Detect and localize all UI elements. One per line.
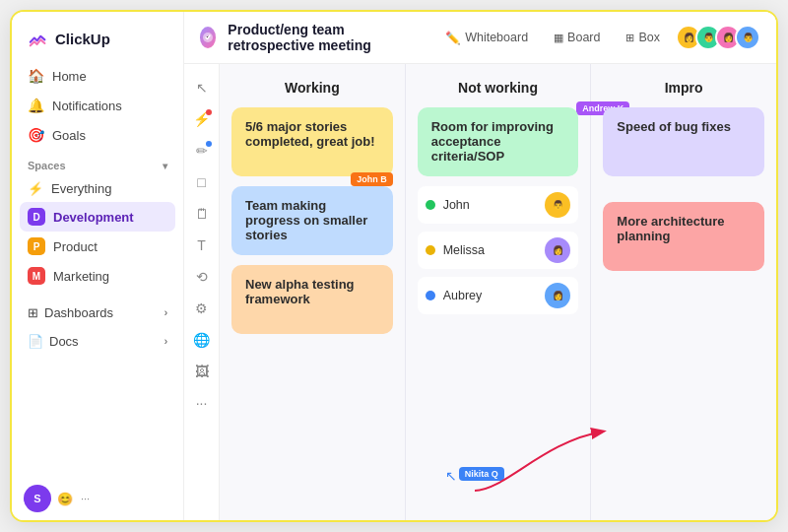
melissa-name: Melissa [443, 243, 485, 257]
box-label: Box [638, 31, 660, 44]
box-nav-item[interactable]: ⊞ Box [616, 27, 670, 48]
spaces-section-label: Spaces ▾ [12, 150, 183, 175]
column-working: Working 5/6 major stories completed, gre… [220, 64, 406, 520]
tool-blue-dot [206, 141, 212, 147]
sticky-w2[interactable]: Team making progress on smaller stories [231, 186, 393, 255]
user-face-emoji: 😊 [57, 492, 73, 506]
sidebar-item-development-label: Development [53, 210, 134, 225]
tool-sticky[interactable]: 🗒 [188, 200, 216, 228]
home-icon: 🏠 [28, 68, 44, 84]
board-label: Board [567, 31, 600, 44]
sidebar-item-product-label: Product [53, 239, 98, 254]
sidebar-item-everything-label: Everything [51, 181, 111, 196]
header-nav: ✏️ Whiteboard ▦ Board ⊞ Box 👩 👨 👩 👨 [435, 25, 760, 50]
sidebar-item-product[interactable]: P Product [20, 232, 175, 261]
meeting-title: Product/eng team retrospective meeting [228, 22, 424, 53]
col-improve-header: Impro [603, 80, 764, 96]
sticky-w3-text: New alpha testing framework [245, 277, 355, 306]
sticky-w1[interactable]: 5/6 major stories completed, great job! … [231, 107, 393, 176]
sticky-nw1-text: Room for improving acceptance criteria/S… [431, 119, 554, 164]
aubrey-color-dot [426, 291, 435, 300]
col-not-working-header: Not working [418, 80, 579, 96]
john-name: John [443, 198, 470, 212]
board-nav-item[interactable]: ▦ Board [544, 27, 610, 48]
melissa-color-dot [426, 245, 435, 255]
cursor-john-b: John B [351, 172, 393, 186]
header-avatar-4: 👨 [735, 25, 760, 50]
board-area: ↖ ⚡ ✏ □ 🗒 T ⟲ ⚙ 🌐 🖼 ··· [184, 64, 776, 520]
participant-john[interactable]: John 👨 [418, 186, 579, 224]
sticky-i1[interactable]: Speed of bug fixes [603, 107, 764, 176]
tool-select[interactable]: ⚡ [188, 105, 216, 133]
everything-icon: ⚡ [28, 181, 43, 196]
spaces-chevron-icon: ▾ [163, 161, 167, 171]
tool-globe[interactable]: 🌐 [188, 326, 216, 354]
sidebar-item-docs[interactable]: 📄 Docs › [28, 327, 167, 356]
melissa-avatar: 👩 [545, 237, 570, 263]
left-toolbar: ↖ ⚡ ✏ □ 🗒 T ⟲ ⚙ 🌐 🖼 ··· [184, 64, 220, 520]
board-icon: ▦ [554, 32, 563, 44]
board: Working 5/6 major stories completed, gre… [220, 64, 776, 520]
sidebar-nav: 🏠 Home 🔔 Notifications 🎯 Goals [12, 61, 183, 150]
tool-settings[interactable]: ⚙ [188, 295, 216, 322]
sidebar-item-notifications-label: Notifications [52, 99, 122, 113]
aubrey-name: Aubrey [443, 289, 483, 302]
tool-rect[interactable]: □ [188, 168, 216, 196]
app-name: ClickUp [55, 31, 110, 47]
sticky-w1-text: 5/6 major stories completed, great job! [245, 119, 374, 149]
notifications-icon: 🔔 [28, 98, 44, 113]
sidebar-item-dashboards[interactable]: ⊞ Dashboards › [28, 299, 167, 327]
product-dot: P [28, 237, 45, 255]
tool-image[interactable]: 🖼 [188, 358, 216, 385]
app-logo: ClickUp [12, 12, 183, 61]
sidebar-item-goals[interactable]: 🎯 Goals [20, 120, 175, 150]
marketing-dot: M [28, 267, 45, 285]
aubrey-avatar: 👩 [545, 283, 570, 308]
sidebar-item-everything[interactable]: ⚡ Everything [20, 175, 175, 202]
dashboards-icon: ⊞ [28, 305, 38, 320]
sidebar-item-home[interactable]: 🏠 Home [20, 61, 175, 91]
whiteboard-icon: ✏️ [445, 31, 461, 45]
app-frame: ClickUp 🏠 Home 🔔 Notifications 🎯 Goals S… [10, 10, 778, 522]
sidebar-item-marketing-label: Marketing [53, 269, 109, 284]
column-not-working: Not working Andrew K Room for improving … [406, 64, 592, 520]
docs-chevron-icon: › [164, 336, 167, 347]
tool-undo[interactable]: ⟲ [188, 263, 216, 291]
user-status-icon: ··· [81, 493, 90, 504]
tool-red-dot [206, 109, 212, 115]
user-avatar-row: S 😊 ··· [12, 475, 183, 512]
cursor-nikita: Nikita Q [459, 467, 504, 481]
participant-melissa[interactable]: Melissa 👩 [418, 232, 579, 269]
main-content: Product/eng team retrospective meeting ✏… [184, 12, 776, 520]
participant-aubrey[interactable]: Aubrey 👩 [418, 277, 579, 314]
tool-cursor[interactable]: ↖ [188, 74, 216, 101]
sticky-i2[interactable]: More architecture planning [603, 202, 764, 271]
sidebar-item-notifications[interactable]: 🔔 Notifications [20, 91, 175, 120]
dashboards-chevron-icon: › [164, 307, 167, 318]
cursor-nikita-arrow: ↖ [445, 468, 457, 484]
main-header: Product/eng team retrospective meeting ✏… [184, 12, 776, 64]
sidebar: ClickUp 🏠 Home 🔔 Notifications 🎯 Goals S… [12, 12, 184, 520]
sidebar-item-marketing[interactable]: M Marketing [20, 261, 175, 291]
sticky-i1-text: Speed of bug fixes [617, 119, 731, 134]
sticky-nw1[interactable]: Room for improving acceptance criteria/S… [418, 107, 579, 176]
goals-icon: 🎯 [28, 127, 44, 143]
box-icon: ⊞ [625, 32, 634, 44]
sticky-i2-text: More architecture planning [617, 214, 724, 243]
sidebar-item-home-label: Home [52, 69, 87, 84]
sidebar-sections2: ⊞ Dashboards › 📄 Docs › [12, 291, 183, 364]
docs-label: Docs [49, 334, 79, 349]
header-avatars: 👩 👨 👩 👨 [676, 25, 760, 50]
john-avatar: 👨 [545, 192, 570, 218]
development-dot: D [28, 208, 45, 226]
tool-pencil[interactable]: ✏ [188, 137, 216, 165]
column-improve: Impro Speed of bug fixes More architectu… [591, 64, 776, 520]
tool-more[interactable]: ··· [188, 389, 216, 417]
tool-text[interactable]: T [188, 232, 216, 259]
user-avatar[interactable]: S [24, 485, 51, 512]
john-color-dot [426, 200, 435, 210]
sticky-w3[interactable]: New alpha testing framework [231, 265, 393, 334]
whiteboard-nav-item[interactable]: ✏️ Whiteboard [435, 27, 538, 49]
col-improve-spacer [603, 186, 764, 202]
sidebar-item-development[interactable]: D Development [20, 202, 175, 232]
